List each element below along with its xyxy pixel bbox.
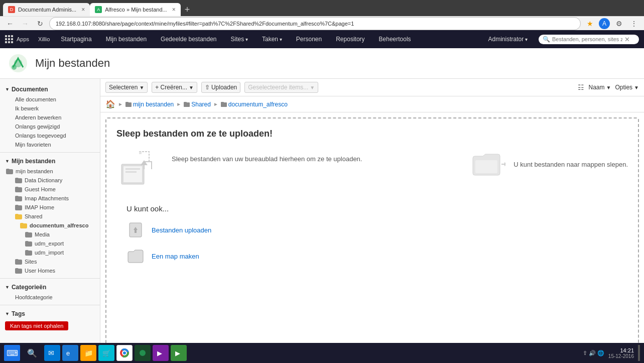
admin-nav[interactable]: Beheertools <box>376 36 414 43</box>
svg-text:🛒: 🛒 <box>102 349 111 357</box>
sidebar-item-onlangs-gewijzigd[interactable]: Onlangs gewijzigd <box>0 122 100 131</box>
create-arrow: ▼ <box>189 85 194 90</box>
taskbar-extra2[interactable]: ▶ <box>171 345 187 361</box>
sidebar-item-media[interactable]: Media <box>0 230 100 239</box>
repository-nav[interactable]: Repository <box>333 36 367 43</box>
taskbar-outlook[interactable]: ✉ <box>44 345 60 361</box>
xillio-label: Xillio <box>38 36 50 42</box>
svg-text:▶: ▶ <box>157 349 162 357</box>
selected-items-button[interactable]: Geselecteerde items... ▼ <box>244 82 318 93</box>
extensions-button[interactable]: ⚙ <box>613 18 625 30</box>
option-create-folder[interactable]: Een map maken <box>126 247 618 265</box>
sidebar-section-mijn-bestanden[interactable]: Mijn bestanden <box>0 156 100 167</box>
option-upload[interactable]: Bestanden uploaden <box>126 221 618 239</box>
apps-label[interactable]: Apps <box>17 36 29 42</box>
tasks-nav[interactable]: Taken <box>259 36 285 43</box>
browser-tab-1[interactable]: D Documentum Adminis... × <box>3 3 90 16</box>
sidebar-item-guest-home[interactable]: Guest Home <box>0 185 100 194</box>
taskbar-file-explorer[interactable]: 📁 <box>80 345 96 361</box>
breadcrumb-item-1[interactable]: Shared <box>184 101 211 108</box>
taskbar-ie[interactable]: e <box>62 345 78 361</box>
drop-zone[interactable]: Sleep bestanden om ze te uploaden! <box>105 117 639 347</box>
forward-button[interactable]: → <box>19 18 31 30</box>
sidebar-item-imap-attachments[interactable]: Imap Attachments <box>0 194 100 203</box>
options-button[interactable]: Opties ▼ <box>615 84 639 91</box>
svg-point-24 <box>123 351 126 354</box>
sites-nav[interactable]: Sites <box>228 36 251 43</box>
select-button[interactable]: Selecteren ▼ <box>105 82 148 93</box>
sidebar-section-categories[interactable]: Categorieën <box>0 282 100 293</box>
create-button[interactable]: + Creëren... ▼ <box>152 82 197 93</box>
tags-error-button[interactable]: Kan tags niet ophalen <box>5 321 68 330</box>
sort-button[interactable]: Naam ▼ <box>588 84 611 91</box>
sidebar-item-favorieten[interactable]: Mijn favorieten <box>0 140 100 149</box>
options-arrow: ▼ <box>634 85 639 90</box>
sort-icon: ☷ <box>578 83 584 91</box>
my-files-nav[interactable]: Mijn bestanden <box>103 36 150 43</box>
sidebar-item-onlangs-toegevoegd[interactable]: Onlangs toegevoegd <box>0 131 100 140</box>
nav-logo: Apps <box>5 35 29 43</box>
taskbar-store[interactable]: 🛒 <box>98 345 114 361</box>
search-input[interactable] <box>552 36 622 42</box>
sidebar-section-tags[interactable]: Tags <box>0 308 100 319</box>
page-title: Mijn bestanden <box>35 57 110 70</box>
tab1-close[interactable]: × <box>81 6 85 13</box>
start-button[interactable]: ⌨ <box>4 345 20 361</box>
svg-text:✉: ✉ <box>48 349 54 357</box>
taskbar-chrome[interactable] <box>116 345 133 361</box>
sidebar-item-alle[interactable]: Alle documenten <box>0 95 100 104</box>
sidebar-item-shared[interactable]: Shared <box>0 212 100 221</box>
new-tab-button[interactable]: + <box>181 5 194 15</box>
folder-icon-guest <box>15 187 22 192</box>
browser-tab-2[interactable]: A Alfresco » Mijn bestand... × <box>90 3 181 16</box>
taskbar-show-desktop[interactable] <box>638 345 640 361</box>
upload-button[interactable]: ⇧ Uploaden <box>201 82 240 93</box>
taskbar-extra1[interactable]: ▶ <box>153 345 169 361</box>
create-folder-label[interactable]: Een map maken <box>152 253 199 260</box>
svg-point-26 <box>140 350 146 356</box>
reload-button[interactable]: ↻ <box>34 18 46 30</box>
content-scroll: Sleep bestanden om ze te uploaden! <box>100 112 644 363</box>
sidebar-section-documenten[interactable]: Documenten <box>0 84 100 95</box>
taskbar-apps: ✉ e 📁 🛒 ▶ <box>44 345 187 361</box>
toolbar: Selecteren ▼ + Creëren... ▼ ⇧ Uploaden G… <box>100 79 644 96</box>
svg-rect-10 <box>135 230 137 233</box>
sidebar-item-ik-bewerk[interactable]: Ik bewerk <box>0 104 100 113</box>
breadcrumb-item-2[interactable]: documentum_alfresco <box>221 101 288 108</box>
sidebar-item-udm-export[interactable]: udm_export <box>0 239 100 248</box>
select-arrow: ▼ <box>139 85 144 90</box>
sidebar-item-hoofdcategorie[interactable]: Hoofdcategorie <box>0 293 100 302</box>
sidebar-item-udm-import[interactable]: udm_import <box>0 248 100 257</box>
taskbar-alfresco[interactable] <box>135 345 151 361</box>
menu-button[interactable]: ⋮ <box>628 18 640 30</box>
home-nav[interactable]: Startpagina <box>58 36 94 43</box>
profile-button[interactable]: A <box>599 18 610 29</box>
tab2-close[interactable]: × <box>172 6 176 13</box>
sidebar-item-user-homes[interactable]: User Homes <box>0 266 100 275</box>
breadcrumb-item-0[interactable]: mijn bestanden <box>125 101 174 108</box>
user-nav[interactable]: Administrator <box>485 36 531 43</box>
taskbar-search[interactable]: 🔍 <box>24 345 40 361</box>
taskbar-time-block: 14:21 15-12-2016 <box>608 347 634 359</box>
sidebar-item-documentum-alfresco[interactable]: documentum_alfresco <box>0 221 100 230</box>
people-nav[interactable]: Personen <box>293 36 325 43</box>
sidebar-item-data-dictionary[interactable]: Data Dictionary <box>0 176 100 185</box>
folder-icon-udm-exp <box>25 241 32 247</box>
nav-search-box[interactable]: 🔍 ✕ <box>539 35 639 44</box>
browser-actions: ★ A ⚙ ⋮ <box>584 18 640 30</box>
bookmark-button[interactable]: ★ <box>584 18 596 30</box>
svg-text:e: e <box>66 349 70 357</box>
taskbar-date: 15-12-2016 <box>608 353 634 359</box>
shared-nav[interactable]: Gedeelde bestanden <box>158 36 219 43</box>
sidebar-item-anderen[interactable]: Anderen bewerken <box>0 113 100 122</box>
breadcrumb-home-icon[interactable]: 🏠 <box>105 99 115 109</box>
address-bar[interactable]: 192.168.0.107:8080/share/page/context/mi… <box>49 17 581 30</box>
sidebar-item-mijn-bestanden[interactable]: mijn bestanden <box>0 167 100 176</box>
folder-icon-media <box>25 232 32 237</box>
back-button[interactable]: ← <box>4 18 16 30</box>
sidebar-item-imap-home[interactable]: IMAP Home <box>0 203 100 212</box>
upload-option-label[interactable]: Bestanden uploaden <box>152 226 211 234</box>
sidebar-item-sites[interactable]: Sites <box>0 257 100 266</box>
search-clear-icon[interactable]: ✕ <box>624 36 630 43</box>
breadcrumb-sep-2: ► <box>213 101 218 107</box>
